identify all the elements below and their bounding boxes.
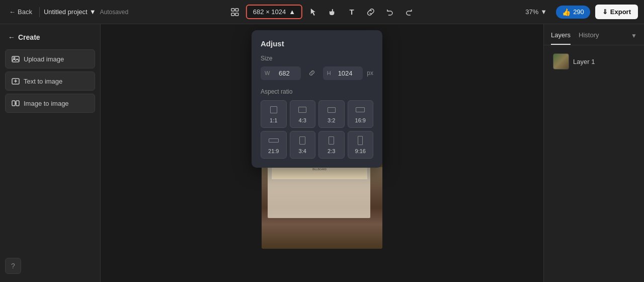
back-arrow-icon: ←: [9, 8, 16, 16]
aspect-3-4-icon: [297, 135, 307, 146]
aspect-16-9-label: 16:9: [355, 117, 366, 123]
svg-rect-5: [12, 56, 19, 62]
right-panel-tabs: Layers History ▼: [544, 24, 644, 45]
select-tool-button[interactable]: [305, 4, 321, 20]
tab-layers[interactable]: Layers: [551, 31, 571, 45]
aspect-4-3-button[interactable]: 4:3: [290, 100, 316, 128]
autosaved-label: Autosaved: [100, 9, 129, 16]
hand-icon: [329, 8, 337, 16]
resize-tool-button[interactable]: [227, 4, 243, 20]
zoom-chevron-icon: ▼: [540, 8, 547, 16]
image-to-image-label: Image to image: [24, 100, 69, 107]
height-label: H: [327, 70, 331, 76]
adjust-popup: Adjust Size W H: [252, 30, 382, 168]
undo-button[interactable]: [382, 4, 398, 20]
left-panel: ← Create Upload image Text to image: [0, 24, 101, 282]
aspect-3-2-label: 3:2: [328, 117, 335, 123]
aspect-1-1-icon: [269, 105, 279, 115]
svg-rect-0: [231, 9, 234, 11]
redo-button[interactable]: [401, 4, 417, 20]
credits-count: 290: [573, 8, 584, 16]
svg-rect-3: [235, 13, 238, 16]
size-button[interactable]: 682 × 1024 ▲: [246, 5, 302, 19]
aspect-4-3-icon: [297, 105, 307, 115]
aspect-grid: 1:1 4:3 3:2 16:9: [261, 100, 373, 159]
export-label: Export: [610, 8, 631, 16]
layers-tab-label: Layers: [551, 31, 571, 39]
svg-rect-10: [12, 101, 15, 106]
back-label: Back: [18, 8, 32, 16]
right-panel: Layers History ▼ Layer 1: [543, 24, 644, 282]
hand-tool-button[interactable]: [325, 4, 341, 20]
project-name-text: Untitled project: [44, 8, 88, 16]
aspect-21-9-icon: [269, 135, 279, 146]
link-tool-button[interactable]: [363, 4, 379, 20]
credits-icon: 👍: [562, 8, 571, 16]
link-icon: [367, 8, 375, 16]
back-button[interactable]: ← Back: [6, 6, 35, 18]
chain-link-icon: [308, 69, 315, 77]
help-button[interactable]: ?: [5, 258, 21, 274]
project-name[interactable]: Untitled project ▼: [44, 8, 96, 16]
export-button[interactable]: ⇓ Export: [595, 5, 638, 19]
aspect-16-9-button[interactable]: 16:9: [348, 100, 374, 128]
link-dimensions-button[interactable]: [305, 66, 319, 80]
chevron-up-icon: ▲: [289, 8, 295, 16]
aspect-21-9-label: 21:9: [268, 148, 279, 154]
topbar-left: ← Back Untitled project ▼ Autosaved: [6, 6, 128, 18]
topbar-center: 682 × 1024 ▲ T: [227, 4, 417, 20]
history-more-button[interactable]: ▼: [631, 32, 637, 44]
aspect-3-2-button[interactable]: 3:2: [318, 100, 345, 128]
text-to-image-button[interactable]: Text to image: [5, 72, 95, 91]
px-label: px: [367, 69, 373, 77]
create-back-icon: ←: [8, 33, 15, 41]
height-input-group: H: [323, 66, 363, 80]
undo-icon: [386, 8, 394, 16]
divider: [39, 7, 40, 17]
upload-image-button[interactable]: Upload image: [5, 49, 95, 68]
width-input[interactable]: [273, 69, 295, 77]
aspect-9-16-label: 9:16: [355, 148, 366, 154]
resize-icon: [231, 8, 239, 16]
upload-image-label: Upload image: [24, 55, 64, 63]
aspect-1-1-button[interactable]: 1:1: [261, 100, 287, 128]
width-input-group: W: [261, 66, 301, 80]
svg-rect-1: [235, 9, 238, 11]
layer-list: Layer 1: [544, 45, 644, 78]
credits-button[interactable]: 👍 290: [556, 6, 590, 19]
chevron-down-icon: ▼: [90, 8, 96, 16]
main-layout: ← Create Upload image Text to image: [0, 24, 644, 282]
size-label: Size: [261, 55, 373, 62]
more-chevron-icon: ▼: [631, 32, 637, 39]
zoom-control[interactable]: 37% ▼: [521, 6, 551, 18]
aspect-3-4-button[interactable]: 3:4: [290, 131, 316, 159]
size-section: Size W H: [261, 55, 373, 80]
aspect-9-16-button[interactable]: 9:16: [348, 131, 374, 159]
height-input[interactable]: [334, 69, 357, 77]
size-label: 682 × 1024: [253, 8, 286, 16]
svg-marker-4: [311, 9, 315, 16]
tab-history[interactable]: History: [579, 31, 599, 45]
canvas-area[interactable]: BILLBOARD Adjust Size W: [101, 24, 543, 282]
text-to-image-icon: [12, 77, 20, 85]
aspect-ratio-label: Aspect ratio: [261, 88, 373, 95]
zoom-label: 37%: [525, 8, 538, 16]
aspect-2-3-icon: [327, 135, 337, 146]
layer-thumbnail: [553, 53, 569, 69]
topbar-right: 37% ▼ 👍 290 ⇓ Export: [521, 5, 638, 19]
layer-name: Layer 1: [573, 58, 595, 65]
aspect-1-1-label: 1:1: [270, 117, 277, 123]
aspect-2-3-button[interactable]: 2:3: [318, 131, 345, 159]
upload-icon: [12, 55, 20, 63]
text-to-image-label: Text to image: [24, 78, 62, 85]
text-tool-button[interactable]: T: [344, 4, 360, 20]
layer-item[interactable]: Layer 1: [549, 50, 639, 73]
aspect-2-3-label: 2:3: [328, 148, 335, 154]
image-to-image-icon: [12, 99, 20, 107]
image-to-image-button[interactable]: Image to image: [5, 94, 95, 113]
create-label: Create: [18, 33, 40, 41]
history-tab-label: History: [579, 31, 599, 39]
aspect-21-9-button[interactable]: 21:9: [261, 131, 287, 159]
aspect-ratio-section: Aspect ratio 1:1 4:3 3:2: [261, 88, 373, 159]
width-label: W: [265, 70, 270, 76]
